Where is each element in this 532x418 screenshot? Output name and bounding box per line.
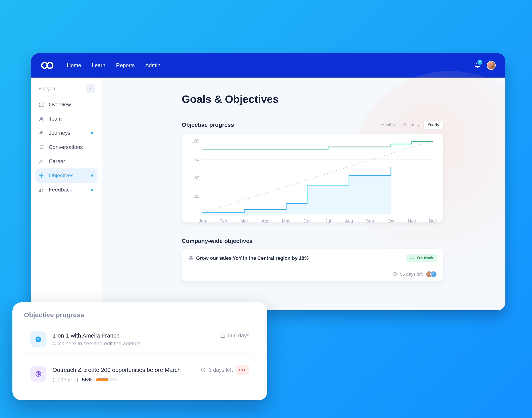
assignees-avatar-stack[interactable] <box>426 271 437 278</box>
svg-text:Apr: Apr <box>262 218 269 223</box>
page-title: Goals & Objectives <box>182 93 443 105</box>
svg-text:Nov: Nov <box>408 218 416 223</box>
sidebar-item-conversations[interactable]: Conversations <box>35 140 97 154</box>
sidebar-item-label: Feedback <box>49 187 72 193</box>
sidebar-item-label: Career <box>49 158 65 164</box>
logo-icon <box>41 61 54 70</box>
collapse-sidebar-button[interactable] <box>86 84 95 93</box>
objective-task-title: Outreach & create 200 opportunities befo… <box>53 367 181 373</box>
progress-section-title: Objective progress <box>182 121 234 128</box>
svg-point-6 <box>40 117 42 119</box>
svg-text:Jun: Jun <box>303 218 311 223</box>
clock-icon <box>393 272 397 276</box>
svg-rect-3 <box>42 103 43 104</box>
objective-progress-widget: Objective progress 1-on-1 with Amelia Fr… <box>12 302 267 400</box>
sidebar-item-label: Conversations <box>49 144 83 150</box>
status-on-track-badge: ••• On track <box>406 254 437 262</box>
svg-point-7 <box>42 117 43 119</box>
rocket-icon <box>39 159 45 164</box>
time-range-segmented-control: Monthly Quarterly Yearly <box>377 121 443 129</box>
svg-text:Jan: Jan <box>199 218 206 223</box>
target-icon <box>30 366 46 382</box>
chat-bubble-icon <box>30 331 46 347</box>
nav-item-admin[interactable]: Admin <box>145 62 160 69</box>
svg-rect-2 <box>40 103 41 104</box>
nav-item-home[interactable]: Home <box>67 62 81 69</box>
range-quarterly[interactable]: Quarterly <box>399 121 424 129</box>
svg-text:Feb: Feb <box>220 218 227 223</box>
company-objective-card[interactable]: Grow our sales YoY in the Central region… <box>182 249 443 281</box>
target-icon <box>39 173 45 178</box>
sidebar-item-overview[interactable]: Overview <box>35 97 97 112</box>
notification-count-badge: 2 <box>477 60 482 65</box>
svg-text:75: 75 <box>194 157 199 162</box>
sidebar-section-label: For you <box>39 86 55 92</box>
notifications-button[interactable]: 2 <box>474 62 481 69</box>
main-content: Goals & Objectives Objective progress Mo… <box>102 78 505 310</box>
notification-dot <box>91 189 93 191</box>
company-objectives-title: Company-wide objectives <box>182 238 443 244</box>
objective-progress-chart: 255075100JanFebMarAprMayJunJulAugSepOctN… <box>182 133 443 222</box>
progress-percent: 56% <box>82 377 93 383</box>
svg-text:Dec: Dec <box>429 218 437 223</box>
calendar-icon <box>220 333 225 338</box>
thumbs-up-icon <box>39 187 45 192</box>
nav-item-reports[interactable]: Reports <box>116 62 135 69</box>
clock-icon <box>201 367 206 372</box>
sidebar-item-career[interactable]: Career <box>35 154 97 168</box>
user-avatar[interactable] <box>487 61 496 70</box>
users-icon <box>39 116 45 121</box>
svg-text:25: 25 <box>194 193 199 198</box>
avatar <box>430 271 437 278</box>
svg-text:Aug: Aug <box>345 218 353 223</box>
sidebar-item-journeys[interactable]: Journeys <box>35 126 97 140</box>
days-left-label: 56 days left <box>400 272 423 277</box>
svg-text:Sep: Sep <box>366 218 374 223</box>
objective-task-card[interactable]: Outreach & create 200 opportunities befo… <box>23 359 257 389</box>
company-objective-title: Grow our sales YoY in the Central region… <box>196 255 309 261</box>
range-yearly[interactable]: Yearly <box>424 121 443 129</box>
meeting-subtitle: Click here to see and edit the agenda <box>53 340 249 347</box>
meeting-title: 1-on-1 with Amelia Franck <box>53 332 119 339</box>
sidebar-item-label: Journeys <box>49 130 70 136</box>
sidebar-item-feedback[interactable]: Feedback <box>35 183 97 197</box>
sidebar-item-objectives[interactable]: Objectives <box>35 168 97 183</box>
svg-rect-4 <box>40 105 41 106</box>
svg-text:Oct: Oct <box>387 218 394 223</box>
sidebar-item-label: Overview <box>49 102 71 108</box>
sidebar-item-label: Objectives <box>49 173 74 179</box>
objective-time-label: 3 days left <box>208 367 233 373</box>
bolt-icon <box>39 130 45 135</box>
sidebar: For you Overview Team <box>31 78 102 310</box>
svg-point-34 <box>190 258 191 258</box>
sidebar-item-label: Team <box>49 116 62 122</box>
grid-icon <box>39 102 45 107</box>
svg-text:Jul: Jul <box>325 218 331 223</box>
top-nav: Home Learn Reports Admin <box>67 62 161 69</box>
progress-bar <box>96 378 117 381</box>
brand-logo[interactable] <box>41 61 54 70</box>
svg-text:Mar: Mar <box>240 218 248 223</box>
meeting-card[interactable]: 1-on-1 with Amelia Franck in 6 days Clic… <box>23 325 257 354</box>
meeting-time-label: in 6 days <box>228 332 249 339</box>
svg-text:May: May <box>282 218 291 223</box>
target-icon <box>188 256 193 261</box>
chevron-left-icon <box>89 87 93 90</box>
svg-point-11 <box>41 175 42 176</box>
svg-rect-5 <box>42 105 43 106</box>
widget-title: Objective progress <box>24 311 256 319</box>
svg-point-8 <box>41 161 42 161</box>
range-monthly[interactable]: Monthly <box>377 121 399 129</box>
app-window: Home Learn Reports Admin 2 For you <box>31 53 505 310</box>
nav-item-learn[interactable]: Learn <box>92 62 105 69</box>
svg-text:50: 50 <box>194 175 199 180</box>
svg-text:100: 100 <box>192 139 199 143</box>
svg-rect-36 <box>221 334 225 337</box>
overdue-warning-pill: ••• <box>236 365 249 375</box>
notification-dot <box>91 132 93 134</box>
svg-point-39 <box>38 373 39 374</box>
progress-count: (112 / 200) <box>53 377 78 383</box>
notification-dot <box>91 174 93 177</box>
app-header: Home Learn Reports Admin 2 <box>31 53 505 78</box>
sidebar-item-team[interactable]: Team <box>35 112 97 126</box>
